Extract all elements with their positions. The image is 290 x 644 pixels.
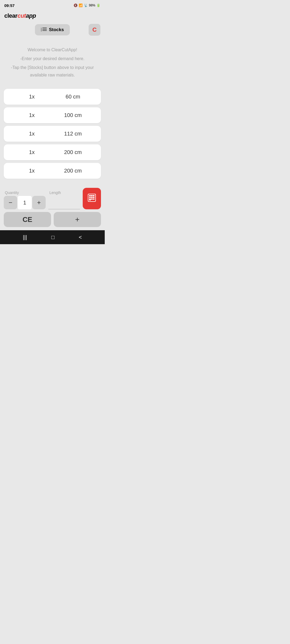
demand-qty-3: 1x <box>11 131 52 137</box>
demand-qty-4: 1x <box>11 149 52 155</box>
battery-percent: 98% <box>89 3 95 7</box>
demand-list: 1x 60 cm 1x 100 cm 1x 112 cm 1x 200 cm 1… <box>0 89 105 179</box>
qty-value-input[interactable] <box>18 196 32 209</box>
toolbar: 1 2 3 Stocks C <box>0 22 105 40</box>
welcome-line1: Welcome to ClearCutApp! <box>5 46 99 54</box>
header: clearcutapp <box>0 10 105 22</box>
action-row: CE + <box>4 212 101 227</box>
app-logo: clearcutapp <box>4 12 36 19</box>
ce-button[interactable]: CE <box>4 212 51 227</box>
demand-len-3: 112 cm <box>52 131 93 137</box>
quantity-label: Quantity <box>5 191 19 195</box>
calculator-icon <box>88 193 96 204</box>
demand-len-1: 60 cm <box>52 94 93 100</box>
demand-item-5[interactable]: 1x 200 cm <box>4 163 101 179</box>
demand-item-4[interactable]: 1x 200 cm <box>4 144 101 160</box>
demand-qty-5: 1x <box>11 168 52 174</box>
bottom-area: Quantity − + Length <box>0 184 105 230</box>
nav-menu-icon[interactable]: ||| <box>23 234 27 240</box>
nav-back-icon[interactable]: < <box>79 234 82 240</box>
ce-label: CE <box>23 215 32 224</box>
demand-qty-2: 1x <box>11 112 52 118</box>
svg-rect-12 <box>93 197 95 198</box>
svg-rect-10 <box>89 197 91 198</box>
logo-cut: cut <box>17 12 26 19</box>
demand-item-2[interactable]: 1x 100 cm <box>4 107 101 123</box>
svg-rect-11 <box>91 197 93 198</box>
demand-item-1[interactable]: 1x 60 cm <box>4 89 101 105</box>
length-label: Length <box>49 191 61 195</box>
input-row: Quantity − + Length <box>4 188 101 209</box>
wifi-icon: 📶 <box>79 3 83 7</box>
svg-rect-15 <box>93 199 95 200</box>
demand-len-2: 100 cm <box>52 112 93 118</box>
svg-rect-13 <box>89 199 91 200</box>
stocks-label: Stocks <box>49 27 64 32</box>
nav-home-icon[interactable]: □ <box>51 234 55 240</box>
status-icons: 🔇 📶 📡 98% 🔋 <box>74 3 100 7</box>
qty-controls: − + <box>4 196 46 209</box>
welcome-line3: -Tap the [Stocks] button above to input … <box>5 64 99 79</box>
demand-len-4: 200 cm <box>52 149 93 155</box>
quantity-section: Quantity − + <box>4 191 46 209</box>
status-time: 09:57 <box>4 3 15 8</box>
stocks-button[interactable]: 1 2 3 Stocks <box>35 24 70 35</box>
logo-clear: clear <box>4 12 17 19</box>
svg-rect-9 <box>93 195 95 196</box>
mute-icon: 🔇 <box>74 3 78 7</box>
svg-rect-8 <box>91 195 93 196</box>
minus-icon: − <box>9 199 12 206</box>
plus-icon: + <box>37 199 41 206</box>
battery-icon: 🔋 <box>96 3 100 7</box>
svg-rect-7 <box>89 195 91 196</box>
status-bar: 09:57 🔇 📶 📡 98% 🔋 <box>0 0 105 10</box>
c-button[interactable]: C <box>89 24 100 36</box>
nav-bar: ||| □ < <box>0 230 105 244</box>
length-section: Length <box>48 191 80 209</box>
demand-item-3[interactable]: 1x 112 cm <box>4 126 101 142</box>
length-input[interactable] <box>48 196 80 209</box>
signal-icon: 📡 <box>84 3 88 7</box>
qty-plus-button[interactable]: + <box>32 196 46 209</box>
svg-rect-14 <box>91 199 93 200</box>
logo-app: app <box>26 12 36 19</box>
welcome-line2: -Enter your desired demand here. <box>5 55 99 63</box>
svg-text:3: 3 <box>41 30 42 32</box>
demand-qty-1: 1x <box>11 94 52 100</box>
demand-len-5: 200 cm <box>52 168 93 174</box>
calculate-button[interactable] <box>83 188 101 209</box>
add-demand-button[interactable]: + <box>54 212 101 227</box>
welcome-section: Welcome to ClearCutApp! -Enter your desi… <box>0 40 105 89</box>
list-icon: 1 2 3 <box>41 27 47 33</box>
qty-minus-button[interactable]: − <box>4 196 17 209</box>
add-icon: + <box>75 215 79 224</box>
